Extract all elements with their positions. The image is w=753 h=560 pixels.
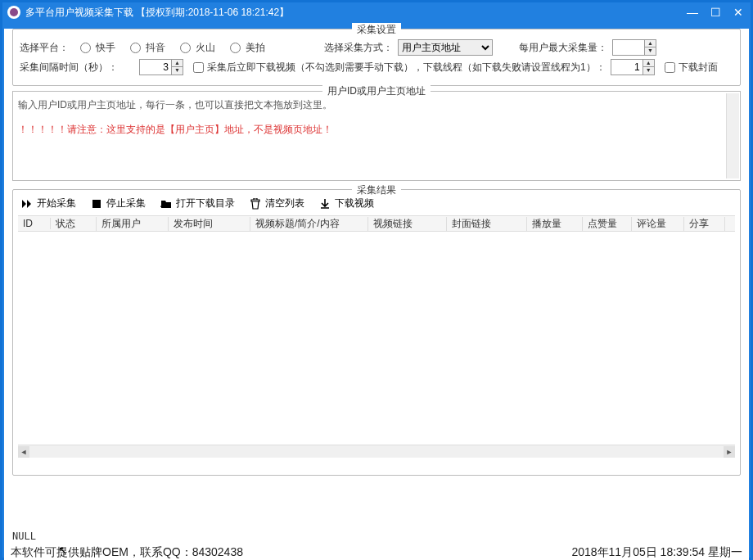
scroll-right-icon[interactable]: ► — [724, 446, 735, 458]
window-title: 多平台用户视频采集下载 【授权到期:2018-11-06 18:21:42】 — [25, 6, 685, 20]
start-collect-button[interactable]: 开始采集 — [21, 196, 76, 210]
platform-radio-kuaishou[interactable]: 快手 — [80, 41, 115, 55]
platform-label: 选择平台： — [20, 41, 69, 55]
column-header[interactable]: 封面链接 — [447, 217, 527, 231]
download-video-button[interactable]: 下载视频 — [319, 196, 374, 210]
results-group: 采集结果 开始采集 停止采集 — [12, 189, 741, 476]
horizontal-scrollbar[interactable]: ◄ ► — [18, 445, 735, 458]
footer-bar: 本软件可提供贴牌OEM，联系QQ：84302438 2018年11月05日 18… — [4, 544, 749, 560]
column-header[interactable]: 分享 — [684, 217, 725, 231]
column-header[interactable]: 视频标题/简介/内容 — [250, 217, 368, 231]
column-header[interactable]: 状态 — [51, 217, 97, 231]
titlebar: 多平台用户视频采集下载 【授权到期:2018-11-06 18:21:42】 —… — [2, 2, 751, 22]
trash-icon — [250, 198, 261, 210]
platform-radio-douyin[interactable]: 抖音 — [130, 41, 165, 55]
folder-open-icon — [160, 198, 172, 210]
textarea-scrollbar[interactable] — [726, 93, 739, 178]
platform-radio-huoshan[interactable]: 火山 — [180, 41, 215, 55]
close-button[interactable]: ✕ — [731, 6, 746, 19]
download-cover-checkbox[interactable]: 下载封面 — [665, 61, 718, 75]
spinner-down-icon[interactable]: ▼ — [644, 47, 656, 55]
userid-group: 用户ID或用户主页地址 输入用户ID或用户主页地址，每行一条，也可以直接把文本拖… — [12, 91, 741, 181]
column-header[interactable]: 所属用户 — [97, 217, 169, 231]
max-per-user-input[interactable]: ▲▼ — [612, 39, 656, 56]
spinner-down-icon[interactable]: ▼ — [643, 67, 654, 75]
svg-rect-0 — [92, 200, 101, 208]
collect-settings-group: 采集设置 选择平台： 快手 抖音 火山 美拍 选择采集方式： 用户主页地址 每用… — [12, 29, 741, 86]
column-header[interactable]: 发布时间 — [169, 217, 250, 231]
platform-radio-group: 快手 抖音 火山 美拍 — [80, 41, 265, 55]
stop-collect-button[interactable]: 停止采集 — [91, 196, 146, 210]
results-table: ID状态所属用户发布时间视频标题/简介/内容视频链接封面链接播放量点赞量评论量分… — [18, 215, 735, 458]
column-header[interactable]: ID — [18, 218, 51, 229]
results-legend: 采集结果 — [352, 183, 401, 197]
after-download-checkbox[interactable]: 采集后立即下载视频（不勾选则需要手动下载），下载线程（如下载失败请设置线程为1）… — [193, 61, 606, 75]
maximize-button[interactable]: ☐ — [708, 6, 723, 19]
stop-icon — [91, 198, 102, 210]
interval-input[interactable]: ▲▼ — [139, 59, 183, 75]
platform-radio-meipai[interactable]: 美拍 — [230, 41, 265, 55]
column-header[interactable]: 视频链接 — [368, 217, 447, 231]
userid-legend: 用户ID或用户主页地址 — [322, 84, 431, 98]
footer-datetime: 2018年11月05日 18:39:54 星期一 — [571, 545, 742, 560]
minimize-button[interactable]: — — [685, 6, 700, 19]
thread-input[interactable]: ▲▼ — [611, 59, 655, 75]
collect-settings-legend: 采集设置 — [352, 23, 401, 37]
table-header-row: ID状态所属用户发布时间视频标题/简介/内容视频链接封面链接播放量点赞量评论量分… — [18, 215, 735, 232]
column-header[interactable]: 评论量 — [632, 217, 684, 231]
spinner-up-icon[interactable]: ▲ — [644, 40, 656, 47]
column-header[interactable]: 播放量 — [527, 217, 583, 231]
status-text: NULL — [12, 531, 36, 542]
play-forward-icon — [21, 198, 33, 210]
footer-left-text: 本软件可提供贴牌OEM，联系QQ：84302438 — [11, 545, 571, 560]
column-header[interactable]: 点赞量 — [583, 217, 632, 231]
spinner-up-icon[interactable]: ▲ — [643, 60, 654, 67]
spinner-up-icon[interactable]: ▲ — [171, 60, 183, 67]
max-per-user-label: 每用户最大采集量： — [519, 41, 607, 55]
collect-mode-select[interactable]: 用户主页地址 — [398, 39, 493, 56]
scroll-left-icon[interactable]: ◄ — [18, 446, 29, 458]
userid-textarea[interactable]: 输入用户ID或用户主页地址，每行一条，也可以直接把文本拖放到这里。 ！！！！！请… — [13, 92, 740, 180]
open-dir-button[interactable]: 打开下载目录 — [160, 196, 235, 210]
interval-label: 采集间隔时间（秒）： — [20, 61, 118, 75]
app-icon — [7, 6, 20, 19]
download-icon — [319, 198, 331, 210]
spinner-down-icon[interactable]: ▼ — [171, 67, 183, 75]
clear-list-button[interactable]: 清空列表 — [250, 196, 304, 210]
table-body — [18, 232, 735, 445]
collect-mode-label: 选择采集方式： — [324, 41, 393, 55]
